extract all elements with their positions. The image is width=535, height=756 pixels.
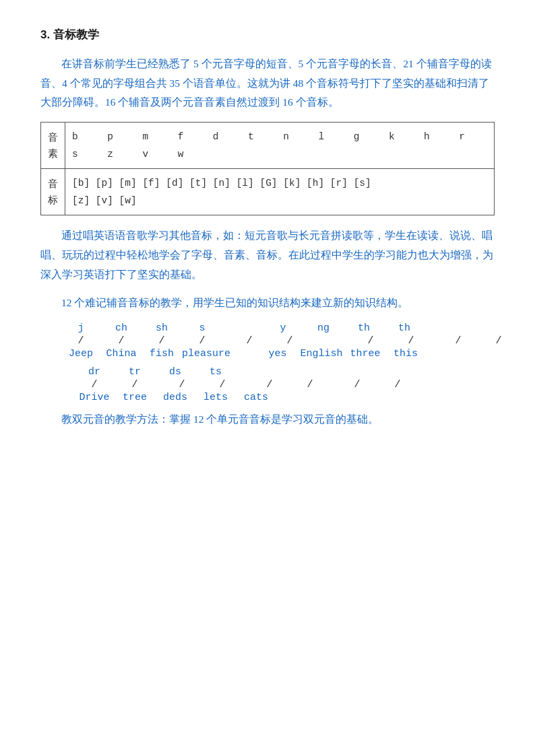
word-english: English <box>298 348 345 359</box>
phonics-slash-row-2: / / / / / / / / <box>74 379 495 390</box>
slash-a4: / <box>202 379 243 390</box>
phonics-block-2: dr tr ds ts / / / / / / / / Drive tree d… <box>74 366 495 403</box>
paragraph-bottom: 教双元音的教学方法：掌握 12 个单元音音标是学习双元音的基础。 <box>40 410 495 429</box>
word-pleasure: pleasure <box>182 348 230 359</box>
ph-ds: ds <box>155 366 195 378</box>
phonics-header-row-1: j ch sh s y ng th th <box>61 322 495 334</box>
slash-a7: / <box>337 379 377 390</box>
slash-a3: / <box>162 379 202 390</box>
slash-9: / <box>438 335 478 347</box>
word-fish: fish <box>141 348 182 359</box>
slash-a8: / <box>377 379 418 390</box>
ph-ch: ch <box>101 322 141 334</box>
ph-ts: ts <box>195 366 236 378</box>
phonics-word-row-1: Jeep China fish pleasure yes English thr… <box>61 348 495 359</box>
table-content-1: b p m f d t n l g k h r s z v w <box>65 123 495 169</box>
paragraph-3: 12 个难记辅音音标的教学，用学生已知的知识结构来建立新的知识结构。 <box>40 294 495 313</box>
word-three: three <box>345 348 385 359</box>
table-row-2: 音标 [b] [p] [m] [f] [d] [t] [n] [l] [G] [… <box>41 169 495 215</box>
slash-10: / <box>478 335 519 347</box>
ph-dr: dr <box>74 366 115 378</box>
slash-a5: / <box>249 379 290 390</box>
phonics-header-row-2: dr tr ds ts <box>74 366 495 378</box>
slash-7: / <box>350 335 391 347</box>
slash-a2: / <box>115 379 155 390</box>
word-cats: cats <box>236 392 276 403</box>
word-jeep: Jeep <box>61 348 101 359</box>
word-this: this <box>385 348 426 359</box>
ph-th1: th <box>344 322 384 334</box>
slash-a6: / <box>290 379 330 390</box>
table-row-1: 音素 b p m f d t n l g k h r s z v w <box>41 123 495 169</box>
slash-6: / <box>270 335 310 347</box>
ph-tr: tr <box>115 366 155 378</box>
ph-sh: sh <box>141 322 182 334</box>
word-tree: tree <box>115 392 155 403</box>
word-yes: yes <box>257 348 298 359</box>
word-drive: Drive <box>74 392 115 403</box>
phonics-word-row-2: Drive tree deds lets cats <box>74 392 495 403</box>
slash-a1: / <box>74 379 115 390</box>
slash-1: / <box>61 335 101 347</box>
ph-s: s <box>182 322 222 334</box>
paragraph-1: 在讲音标前学生已经熟悉了 5 个元音字母的短音、5 个元音字母的长音、21 个辅… <box>40 55 495 112</box>
table-label-1: 音素 <box>41 123 65 169</box>
phonics-slash-row-1: / / / / / / / / / / / / <box>61 335 495 347</box>
page-content: 3. 音标教学 在讲音标前学生已经熟悉了 5 个元音字母的短音、5 个元音字母的… <box>40 27 495 429</box>
phonics-block-1: j ch sh s y ng th th / / / / / / / / / / <box>61 322 495 359</box>
word-lets: lets <box>195 392 236 403</box>
word-china: China <box>101 348 141 359</box>
paragraph-2: 通过唱英语语音歌学习其他音标，如：短元音歌与长元音拼读歌等，学生在读读、说说、唱… <box>40 226 495 284</box>
table-content-2: [b] [p] [m] [f] [d] [t] [n] [l] [G] [k] … <box>65 169 495 215</box>
slash-3: / <box>141 335 182 347</box>
ph-ng: ng <box>303 322 344 334</box>
word-deds: deds <box>155 392 195 403</box>
ph-j: j <box>61 322 101 334</box>
table-label-2: 音标 <box>41 169 65 215</box>
slash-8: / <box>391 335 431 347</box>
slash-11: / <box>519 335 535 347</box>
ph-y: y <box>263 322 303 334</box>
slash-4: / <box>182 335 222 347</box>
slash-2: / <box>101 335 141 347</box>
ph-th2: th <box>384 322 424 334</box>
section-title: 3. 音标教学 <box>40 27 495 42</box>
slash-5: / <box>229 335 270 347</box>
phonics-table: 音素 b p m f d t n l g k h r s z v w 音标 [b… <box>40 122 495 215</box>
